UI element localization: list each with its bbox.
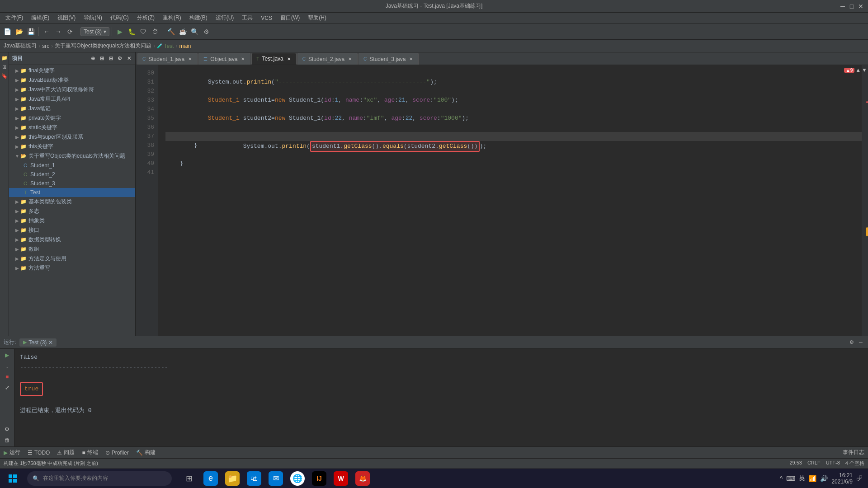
- bookmark-icon[interactable]: 🔖: [1, 72, 8, 80]
- wps-btn[interactable]: W: [331, 469, 351, 488]
- run-trash-icon[interactable]: 🗑: [3, 436, 12, 445]
- todo-tool-btn[interactable]: ☰ TODO: [28, 450, 50, 456]
- run-btn[interactable]: ▶: [114, 26, 125, 37]
- tab-student3[interactable]: C Student_3.java ✕: [359, 53, 419, 65]
- breadcrumb-method[interactable]: main: [179, 43, 191, 49]
- tab-student2[interactable]: C Student_2.java ✕: [297, 53, 358, 65]
- tree-item-api[interactable]: ▶ 📁 Java常用工具API: [9, 94, 135, 104]
- close-panel-icon[interactable]: ✕: [125, 55, 132, 62]
- charset[interactable]: UTF-8: [826, 460, 840, 467]
- tab-close-icon[interactable]: ✕: [408, 56, 414, 62]
- volume-icon[interactable]: 🔊: [820, 475, 828, 482]
- search-everywhere-btn[interactable]: 🔍: [189, 26, 200, 37]
- close-button[interactable]: ✕: [857, 3, 864, 10]
- run-tab-close[interactable]: ✕: [48, 339, 53, 346]
- settings-btn[interactable]: ⚙: [201, 26, 212, 37]
- collapse-all-icon[interactable]: ⊟: [107, 55, 114, 62]
- tab-close-icon[interactable]: ✕: [347, 56, 353, 62]
- minimize-button[interactable]: ─: [839, 3, 846, 10]
- run-expand-btn[interactable]: ⤢: [3, 383, 12, 392]
- menu-vcs[interactable]: VCS: [257, 14, 276, 22]
- edge-browser-btn[interactable]: e: [201, 469, 221, 488]
- mail-btn[interactable]: ✉: [266, 469, 286, 488]
- intellij-btn[interactable]: IJ: [309, 469, 329, 488]
- code-editor[interactable]: 30 31 32 33 34 35 36 37 38 39 40 41 Sys: [136, 65, 868, 336]
- settings-icon[interactable]: ⚙: [116, 55, 123, 62]
- run-play-btn[interactable]: ▶: [3, 351, 12, 360]
- tab-close-icon[interactable]: ✕: [286, 56, 292, 61]
- tree-item-final[interactable]: ▶ 📁 final关键字: [9, 66, 135, 75]
- chevron-up-icon[interactable]: ^: [780, 475, 783, 482]
- tab-close-icon[interactable]: ✕: [240, 56, 245, 62]
- tree-item-private[interactable]: ▶ 📁 private关键字: [9, 113, 135, 123]
- debug-btn[interactable]: 🐛: [126, 26, 137, 37]
- tree-item-abstract[interactable]: ▶ 📁 抽象类: [9, 216, 135, 225]
- red-app-btn[interactable]: 🦊: [353, 469, 373, 488]
- profiler-tool-btn[interactable]: ⊙ Profiler: [105, 450, 129, 456]
- menu-file[interactable]: 文件(F): [2, 13, 27, 23]
- menu-window[interactable]: 窗口(W): [277, 13, 303, 23]
- tree-item-typeconv[interactable]: ▶ 📁 数据类型转换: [9, 235, 135, 244]
- menu-help[interactable]: 帮助(H): [304, 13, 330, 23]
- new-file-btn[interactable]: 📄: [2, 26, 13, 37]
- system-clock[interactable]: 16:21 2021/6/9: [831, 472, 853, 485]
- tab-student1[interactable]: C Student_1.java ✕: [137, 53, 198, 65]
- menu-run[interactable]: 运行(U): [212, 13, 238, 23]
- collapse-icon[interactable]: ▼: [862, 67, 867, 73]
- breadcrumb-package[interactable]: 关于重写Object类的equals方法相关问题: [55, 42, 151, 50]
- tree-item-this[interactable]: ▶ 📁 this关键字: [9, 142, 135, 151]
- chrome-btn[interactable]: 🌐: [288, 469, 307, 488]
- tree-item-equals[interactable]: ▼ 📂 关于重写Object类的equals方法相关问题: [9, 151, 135, 161]
- tree-item-wrapper[interactable]: ▶ 📁 基本类型的包装类: [9, 197, 135, 206]
- line-ending[interactable]: CRLF: [807, 460, 821, 467]
- tab-close-icon[interactable]: ✕: [187, 56, 193, 62]
- project-icon[interactable]: 📁: [1, 54, 8, 61]
- tree-item-static[interactable]: ▶ 📁 static关键字: [9, 123, 135, 132]
- menu-edit[interactable]: 编辑(E): [28, 13, 53, 23]
- menu-navigate[interactable]: 导航(N): [80, 13, 106, 23]
- start-button[interactable]: [2, 469, 24, 488]
- menu-tools[interactable]: 工具: [238, 13, 256, 23]
- breadcrumb-src[interactable]: src: [42, 43, 49, 49]
- terminal-tool-btn[interactable]: ■ 终端: [82, 449, 98, 456]
- save-btn[interactable]: 💾: [25, 26, 36, 37]
- open-btn[interactable]: 📂: [14, 26, 24, 37]
- code-content[interactable]: System.out.println("--------------------…: [158, 65, 862, 336]
- locate-icon[interactable]: ⊕: [89, 55, 96, 62]
- tree-item-override[interactable]: ▶ 📁 方法重写: [9, 263, 135, 273]
- run-tab-label[interactable]: Test (3): [28, 339, 47, 346]
- build-project-btn[interactable]: 🔨: [165, 26, 176, 37]
- tree-item-polymorphism[interactable]: ▶ 📁 多态: [9, 206, 135, 216]
- tree-item-student3[interactable]: C Student_3: [9, 179, 135, 188]
- store-btn[interactable]: 🛍: [244, 469, 264, 488]
- structure-icon[interactable]: ⊞: [1, 63, 8, 70]
- menu-analyze[interactable]: 分析(Z): [133, 13, 158, 23]
- profile-btn[interactable]: ⏱: [150, 26, 160, 37]
- expand-all-icon[interactable]: ⊞: [98, 55, 105, 62]
- run-tool-btn[interactable]: ▶ 运行: [4, 449, 20, 456]
- recent-btn[interactable]: ⟳: [65, 26, 75, 37]
- network-icon[interactable]: 📶: [809, 475, 816, 482]
- back-btn[interactable]: ←: [41, 26, 52, 37]
- menu-view[interactable]: 视图(V): [54, 13, 79, 23]
- run-config-dropdown[interactable]: Test (3) ▾: [80, 27, 109, 36]
- tree-item-notes[interactable]: ▶ 📁 Java笔记: [9, 104, 135, 113]
- tree-item-this-super[interactable]: ▶ 📁 this与super区别及联系: [9, 132, 135, 142]
- event-log-btn[interactable]: 事件日志: [843, 449, 864, 456]
- tree-item-student2[interactable]: C Student_2: [9, 170, 135, 179]
- task-view-btn[interactable]: ⊞: [179, 469, 199, 488]
- menu-build[interactable]: 构建(B): [186, 13, 211, 23]
- coverage-btn[interactable]: 🛡: [138, 26, 149, 37]
- tree-item-student1[interactable]: C Student_1: [9, 161, 135, 170]
- run-minimize-icon[interactable]: ─: [857, 339, 864, 346]
- tree-item-access[interactable]: ▶ 📁 Java中四大访问权限修饰符: [9, 85, 135, 94]
- tree-item-interface[interactable]: ▶ 📁 接口: [9, 225, 135, 235]
- tree-item-array[interactable]: ▶ 📁 数组: [9, 244, 135, 254]
- indent-info[interactable]: 4 个空格: [845, 460, 864, 467]
- run-stop-btn2[interactable]: ■: [3, 372, 12, 381]
- expand-icon[interactable]: ▲: [855, 67, 861, 73]
- menu-code[interactable]: 代码(C): [107, 13, 132, 23]
- notification-icon[interactable]: 🗪: [856, 475, 863, 482]
- search-bar[interactable]: 🔍 在这里输入你要搜索的内容: [27, 471, 172, 486]
- menu-refactor[interactable]: 重构(R): [159, 13, 185, 23]
